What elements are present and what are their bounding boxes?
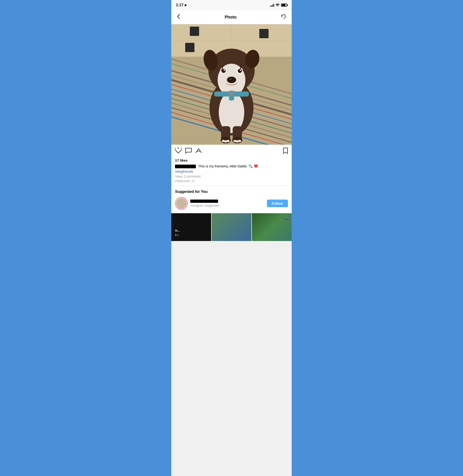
grid-item-3[interactable]: 📹 (252, 213, 292, 241)
suggested-title: Suggested for You (175, 190, 288, 194)
post-info: 17 likes This is my frienemy, Abbi Dabbi… (171, 158, 292, 186)
avatar-image (176, 198, 187, 209)
video-icon: 📹 (284, 215, 290, 221)
suggested-username-redacted (190, 199, 218, 203)
action-left-icons (175, 148, 202, 155)
status-time: 1:17 ▶ (176, 3, 187, 7)
page-title: Photo (225, 15, 237, 20)
status-icons (270, 3, 287, 7)
location-arrow-icon: ▶ (185, 3, 187, 7)
grid-item-2[interactable] (212, 213, 251, 241)
svg-point-43 (226, 140, 230, 142)
likes-count: 17 likes (175, 158, 288, 162)
svg-point-30 (224, 70, 225, 71)
suggested-user-type: Instagram Suggested (190, 204, 219, 207)
signal-icon (270, 3, 274, 7)
suggested-user-details: Instagram Suggested (190, 199, 219, 207)
battery-icon (281, 3, 287, 7)
view-comments-link[interactable]: View 1 comment (175, 174, 288, 178)
refresh-button[interactable] (280, 13, 287, 21)
svg-rect-17 (190, 27, 199, 36)
svg-rect-19 (185, 43, 195, 52)
suggested-user-info: Instagram Suggested (175, 197, 219, 209)
post-hashtag[interactable]: #dogfriends (175, 170, 288, 173)
username-redacted (175, 165, 196, 168)
svg-point-32 (227, 77, 236, 83)
wifi-icon (276, 3, 280, 7)
post-caption: This is my frienemy, Abbi Dabbi. 🐾 ❤️ (175, 164, 288, 169)
share-button[interactable] (195, 148, 202, 155)
svg-point-36 (229, 96, 234, 101)
post-photo (171, 24, 292, 145)
status-bar: 1:17 ▶ (171, 0, 292, 10)
svg-point-33 (229, 78, 232, 80)
bottom-photo-grid: lo... 6-1 📹 (171, 213, 292, 241)
like-button[interactable] (175, 148, 181, 155)
bookmark-button[interactable] (283, 147, 288, 156)
caption-text: This is my frienemy, Abbi Dabbi. 🐾 ❤️ (198, 164, 258, 168)
svg-point-46 (238, 140, 241, 142)
suggested-user-avatar (175, 197, 187, 209)
post-date: FEBRUARY 27 (175, 180, 288, 183)
nav-bar: Photo (171, 10, 292, 24)
back-button[interactable] (176, 13, 181, 21)
grid-item-1[interactable]: lo... 6-1 (171, 213, 211, 241)
action-bar (171, 145, 292, 158)
svg-rect-18 (259, 29, 268, 38)
suggested-user-row: Instagram Suggested Follow (175, 197, 288, 209)
follow-button[interactable]: Follow (267, 199, 288, 207)
suggested-section: Suggested for You Instagram Suggested Fo… (171, 186, 292, 213)
comment-button[interactable] (185, 148, 192, 155)
